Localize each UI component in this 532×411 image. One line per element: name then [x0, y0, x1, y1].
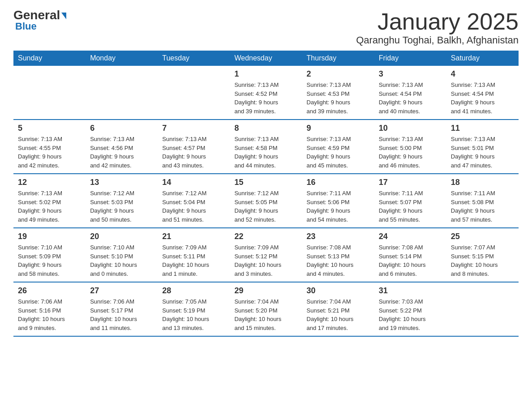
day-info: Sunrise: 7:11 AMSunset: 5:07 PMDaylight:… — [379, 189, 442, 224]
week-row-0: 1Sunrise: 7:13 AMSunset: 4:52 PMDaylight… — [13, 66, 519, 120]
day-number: 3 — [379, 69, 442, 79]
day-info: Sunrise: 7:06 AMSunset: 5:16 PMDaylight:… — [18, 297, 81, 332]
day-info: Sunrise: 7:13 AMSunset: 4:52 PMDaylight:… — [234, 81, 297, 116]
day-info: Sunrise: 7:10 AMSunset: 5:10 PMDaylight:… — [90, 243, 153, 278]
logo-blue-text: Blue — [13, 21, 37, 32]
day-number: 28 — [162, 286, 225, 295]
day-number: 21 — [162, 232, 225, 241]
calendar-cell: 20Sunrise: 7:10 AMSunset: 5:10 PMDayligh… — [86, 228, 158, 282]
day-info: Sunrise: 7:04 AMSunset: 5:21 PMDaylight:… — [307, 297, 370, 332]
week-row-4: 26Sunrise: 7:06 AMSunset: 5:16 PMDayligh… — [13, 282, 519, 336]
day-info: Sunrise: 7:13 AMSunset: 4:59 PMDaylight:… — [307, 135, 370, 170]
day-number: 14 — [162, 178, 225, 187]
calendar-cell: 13Sunrise: 7:12 AMSunset: 5:03 PMDayligh… — [86, 174, 158, 228]
calendar-cell: 8Sunrise: 7:13 AMSunset: 4:58 PMDaylight… — [230, 120, 302, 174]
day-number: 31 — [379, 286, 442, 295]
day-info: Sunrise: 7:09 AMSunset: 5:12 PMDaylight:… — [234, 243, 297, 278]
day-info: Sunrise: 7:13 AMSunset: 4:55 PMDaylight:… — [18, 135, 81, 170]
calendar-cell: 17Sunrise: 7:11 AMSunset: 5:07 PMDayligh… — [374, 174, 446, 228]
day-info: Sunrise: 7:13 AMSunset: 4:54 PMDaylight:… — [451, 81, 514, 116]
day-info: Sunrise: 7:06 AMSunset: 5:17 PMDaylight:… — [90, 297, 153, 332]
day-number: 7 — [162, 124, 225, 133]
calendar-cell — [446, 282, 519, 336]
calendar-cell: 21Sunrise: 7:09 AMSunset: 5:11 PMDayligh… — [158, 228, 230, 282]
header-saturday: Saturday — [446, 51, 519, 66]
calendar-cell — [158, 66, 230, 120]
title-block: January 2025 Qaranghu Toghai, Balkh, Afg… — [356, 9, 519, 46]
day-info: Sunrise: 7:08 AMSunset: 5:14 PMDaylight:… — [379, 243, 442, 278]
day-info: Sunrise: 7:08 AMSunset: 5:13 PMDaylight:… — [307, 243, 370, 278]
calendar-table: SundayMondayTuesdayWednesdayThursdayFrid… — [13, 51, 519, 337]
day-number: 22 — [234, 232, 297, 241]
day-info: Sunrise: 7:13 AMSunset: 4:54 PMDaylight:… — [379, 81, 442, 116]
month-title: January 2025 — [356, 9, 519, 34]
calendar-cell: 12Sunrise: 7:13 AMSunset: 5:02 PMDayligh… — [13, 174, 86, 228]
day-number: 1 — [234, 69, 297, 79]
day-info: Sunrise: 7:07 AMSunset: 5:15 PMDaylight:… — [451, 243, 514, 278]
day-info: Sunrise: 7:13 AMSunset: 5:01 PMDaylight:… — [451, 135, 514, 170]
week-row-3: 19Sunrise: 7:10 AMSunset: 5:09 PMDayligh… — [13, 228, 519, 282]
day-number: 26 — [18, 286, 81, 295]
calendar-cell: 22Sunrise: 7:09 AMSunset: 5:12 PMDayligh… — [230, 228, 302, 282]
day-info: Sunrise: 7:13 AMSunset: 5:00 PMDaylight:… — [379, 135, 442, 170]
calendar-cell — [86, 66, 158, 120]
calendar-cell: 11Sunrise: 7:13 AMSunset: 5:01 PMDayligh… — [446, 120, 519, 174]
day-number: 18 — [451, 178, 514, 187]
calendar-cell: 26Sunrise: 7:06 AMSunset: 5:16 PMDayligh… — [13, 282, 86, 336]
day-info: Sunrise: 7:12 AMSunset: 5:03 PMDaylight:… — [90, 189, 153, 224]
day-number: 5 — [18, 124, 81, 133]
day-info: Sunrise: 7:13 AMSunset: 4:53 PMDaylight:… — [307, 81, 370, 116]
calendar-cell: 1Sunrise: 7:13 AMSunset: 4:52 PMDaylight… — [230, 66, 302, 120]
header-wednesday: Wednesday — [230, 51, 302, 66]
day-number: 20 — [90, 232, 153, 241]
header-sunday: Sunday — [13, 51, 86, 66]
header-monday: Monday — [86, 51, 158, 66]
day-number: 27 — [90, 286, 153, 295]
logo-general: General — [13, 9, 66, 21]
location-title: Qaranghu Toghai, Balkh, Afghanistan — [356, 34, 519, 46]
calendar-cell: 7Sunrise: 7:13 AMSunset: 4:57 PMDaylight… — [158, 120, 230, 174]
calendar-cell: 6Sunrise: 7:13 AMSunset: 4:56 PMDaylight… — [86, 120, 158, 174]
day-number: 17 — [379, 178, 442, 187]
logo: General Blue — [13, 9, 66, 32]
calendar-cell: 14Sunrise: 7:12 AMSunset: 5:04 PMDayligh… — [158, 174, 230, 228]
day-number: 2 — [307, 69, 370, 79]
calendar-cell: 9Sunrise: 7:13 AMSunset: 4:59 PMDaylight… — [302, 120, 374, 174]
day-number: 24 — [379, 232, 442, 241]
day-info: Sunrise: 7:10 AMSunset: 5:09 PMDaylight:… — [18, 243, 81, 278]
day-info: Sunrise: 7:13 AMSunset: 4:58 PMDaylight:… — [234, 135, 297, 170]
calendar-cell: 4Sunrise: 7:13 AMSunset: 4:54 PMDaylight… — [446, 66, 519, 120]
day-number: 12 — [18, 178, 81, 187]
day-number: 29 — [234, 286, 297, 295]
header-friday: Friday — [374, 51, 446, 66]
calendar-cell: 25Sunrise: 7:07 AMSunset: 5:15 PMDayligh… — [446, 228, 519, 282]
week-row-1: 5Sunrise: 7:13 AMSunset: 4:55 PMDaylight… — [13, 120, 519, 174]
day-info: Sunrise: 7:11 AMSunset: 5:08 PMDaylight:… — [451, 189, 514, 224]
day-info: Sunrise: 7:13 AMSunset: 4:57 PMDaylight:… — [162, 135, 225, 170]
calendar-cell: 29Sunrise: 7:04 AMSunset: 5:20 PMDayligh… — [230, 282, 302, 336]
header-tuesday: Tuesday — [158, 51, 230, 66]
calendar-header-row: SundayMondayTuesdayWednesdayThursdayFrid… — [13, 51, 519, 66]
day-number: 4 — [451, 69, 514, 79]
calendar-cell: 30Sunrise: 7:04 AMSunset: 5:21 PMDayligh… — [302, 282, 374, 336]
calendar-cell: 24Sunrise: 7:08 AMSunset: 5:14 PMDayligh… — [374, 228, 446, 282]
day-number: 30 — [307, 286, 370, 295]
page-header: General Blue January 2025 Qaranghu Togha… — [13, 9, 519, 46]
day-number: 8 — [234, 124, 297, 133]
day-info: Sunrise: 7:13 AMSunset: 5:02 PMDaylight:… — [18, 189, 81, 224]
day-number: 11 — [451, 124, 514, 133]
calendar-cell: 28Sunrise: 7:05 AMSunset: 5:19 PMDayligh… — [158, 282, 230, 336]
calendar-cell: 16Sunrise: 7:11 AMSunset: 5:06 PMDayligh… — [302, 174, 374, 228]
header-thursday: Thursday — [302, 51, 374, 66]
calendar-cell: 19Sunrise: 7:10 AMSunset: 5:09 PMDayligh… — [13, 228, 86, 282]
calendar-cell: 15Sunrise: 7:12 AMSunset: 5:05 PMDayligh… — [230, 174, 302, 228]
day-info: Sunrise: 7:05 AMSunset: 5:19 PMDaylight:… — [162, 297, 225, 332]
calendar-cell: 31Sunrise: 7:03 AMSunset: 5:22 PMDayligh… — [374, 282, 446, 336]
day-number: 13 — [90, 178, 153, 187]
calendar-cell: 2Sunrise: 7:13 AMSunset: 4:53 PMDaylight… — [302, 66, 374, 120]
day-number: 23 — [307, 232, 370, 241]
calendar-cell: 23Sunrise: 7:08 AMSunset: 5:13 PMDayligh… — [302, 228, 374, 282]
day-number: 19 — [18, 232, 81, 241]
day-info: Sunrise: 7:03 AMSunset: 5:22 PMDaylight:… — [379, 297, 442, 332]
week-row-2: 12Sunrise: 7:13 AMSunset: 5:02 PMDayligh… — [13, 174, 519, 228]
